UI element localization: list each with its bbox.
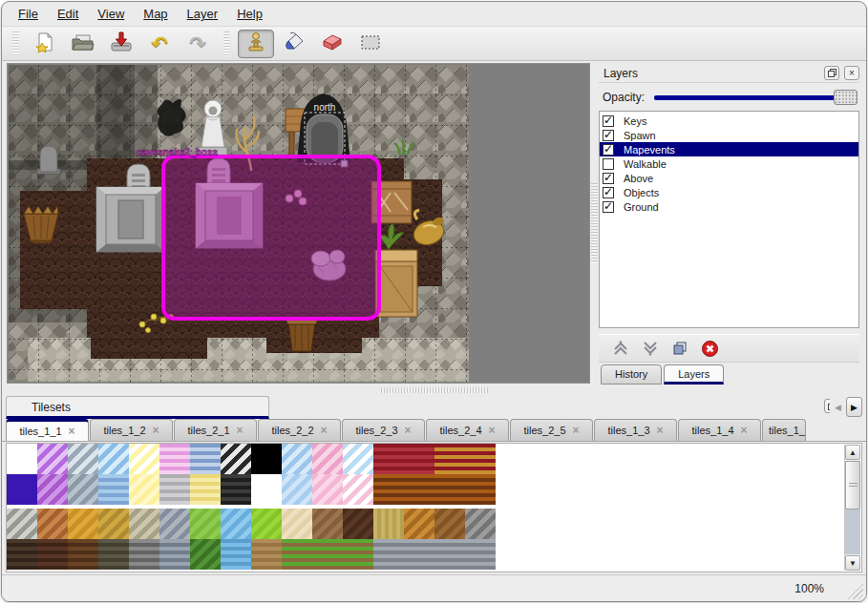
tileset-tab-tiles_1_4[interactable]: tiles_1_4×	[678, 419, 761, 441]
layer-visibility-checkbox[interactable]: ✓	[603, 115, 614, 127]
vertical-splitter[interactable]	[590, 61, 599, 385]
layer-visibility-checkbox[interactable]: ✓	[603, 173, 614, 184]
tile-glass-blue[interactable]	[98, 444, 129, 474]
tile-grass-green[interactable]	[190, 509, 221, 539]
tile-glass-lightblue[interactable]	[282, 444, 312, 474]
tile-blank[interactable]	[251, 474, 282, 505]
scrollbar-track[interactable]	[845, 461, 860, 554]
tileset-tab-tiles_1_1[interactable]: tiles_1_1×	[6, 419, 89, 441]
tab-close-icon[interactable]: ×	[489, 425, 496, 436]
tileset-tab-tiles_2_2[interactable]: tiles_2_2×	[258, 419, 341, 441]
tileset-tab-tiles_1_3[interactable]: tiles_1_3×	[594, 419, 677, 441]
tile-wall-graybrick[interactable]	[159, 539, 190, 570]
tab-close-icon[interactable]: ×	[237, 425, 243, 436]
tile-stone-gold[interactable]	[98, 509, 129, 539]
tile-bar-dark[interactable]	[221, 474, 251, 505]
tab-history[interactable]: History	[601, 364, 662, 385]
tile-pebbles-gray[interactable]	[159, 509, 190, 539]
tile-carpet-orange[interactable]	[434, 474, 465, 505]
tile-pale-yellow[interactable]	[129, 474, 159, 505]
tile-carpet-red[interactable]	[404, 444, 434, 474]
tile-lattice[interactable]	[221, 444, 251, 474]
tile-carpet-orange[interactable]	[373, 474, 404, 505]
tile-logs-gray[interactable]	[465, 509, 496, 539]
tile-grass-strip[interactable]	[343, 539, 373, 570]
tile-wall-stone[interactable]	[404, 539, 434, 570]
tile-stripes-blue[interactable]	[190, 444, 221, 474]
menu-edit[interactable]: Edit	[49, 4, 87, 24]
tile-glow-yellow[interactable]	[129, 444, 159, 474]
layer-row-walkable[interactable]: Walkable	[600, 156, 858, 171]
menu-map[interactable]: Map	[135, 4, 176, 24]
menu-file[interactable]: File	[10, 4, 47, 24]
tile-carpet-red[interactable]	[373, 444, 404, 474]
tile-wicker[interactable]	[404, 509, 434, 539]
map-canvas[interactable]: north	[9, 65, 469, 382]
tile-glass-purple-dark[interactable]	[37, 474, 68, 505]
layer-row-ground[interactable]: ✓Ground	[600, 199, 858, 214]
layer-row-objects[interactable]: ✓Objects	[600, 185, 858, 199]
tile-dirt-brown[interactable]	[312, 509, 343, 539]
tileset-tab-tiles_1_2[interactable]: tiles_1_2×	[90, 419, 173, 441]
tilesets-panel-tab[interactable]: Tilesets	[6, 396, 269, 419]
float-panel-button[interactable]	[824, 66, 839, 80]
map-view[interactable]: north	[7, 63, 590, 384]
tile-grass-strip[interactable]	[312, 539, 343, 570]
tile-grass-strip[interactable]	[282, 539, 312, 570]
tile-pebbles-beige[interactable]	[129, 509, 159, 539]
tile-stripes-yellow[interactable]	[190, 474, 221, 505]
tile-bricks-gray[interactable]	[7, 509, 37, 539]
tileset-tab-tiles_1_[interactable]: tiles_1_×	[762, 419, 806, 441]
tab-layers[interactable]: Layers	[664, 364, 724, 385]
tile-water-blue[interactable]	[221, 509, 251, 539]
map-selection[interactable]	[163, 156, 379, 319]
tab-close-icon[interactable]: ×	[405, 425, 412, 436]
rect-select-tool-button[interactable]	[352, 30, 389, 58]
tab-scroll-left-button[interactable]: ◀	[830, 397, 846, 417]
layer-row-mapevents[interactable]: ✓Mapevents	[600, 142, 858, 156]
tile-pane-blue[interactable]	[282, 474, 312, 505]
tile-wood-dark[interactable]	[343, 509, 373, 539]
tile-wall-graystone[interactable]	[129, 539, 159, 570]
scroll-down-button[interactable]: ▼	[845, 555, 860, 571]
horizontal-splitter[interactable]	[2, 385, 866, 395]
tile-cobble-orange[interactable]	[37, 509, 68, 539]
fill-tool-button[interactable]	[276, 30, 312, 58]
splitter-grip[interactable]	[381, 387, 488, 393]
scrollbar-thumb[interactable]	[845, 461, 860, 509]
tile-glass-gray[interactable]	[68, 444, 98, 474]
tile-wall-stone[interactable]	[373, 539, 404, 570]
tile-stripes-gray[interactable]	[159, 474, 190, 505]
tab-close-icon[interactable]: ×	[321, 425, 328, 436]
tile-curtain-blue[interactable]	[343, 444, 373, 474]
resize-grip[interactable]	[843, 579, 863, 599]
tile-water-deep[interactable]	[221, 539, 251, 570]
new-file-button[interactable]	[27, 30, 63, 58]
tile-curtain-pink[interactable]	[343, 474, 373, 505]
tile-wall-brown[interactable]	[68, 539, 98, 570]
delete-layer-button[interactable]	[699, 338, 720, 359]
opacity-slider-handle[interactable]	[834, 90, 857, 105]
layer-visibility-checkbox[interactable]: ✓	[603, 144, 614, 156]
tile-carpet-red-trim[interactable]	[434, 444, 465, 474]
tile-glass-purple[interactable]	[37, 444, 68, 474]
undo-button[interactable]: ↶	[141, 30, 178, 58]
tile-wall-darkbrown[interactable]	[7, 539, 37, 570]
tile-indigo[interactable]	[7, 474, 37, 505]
tile-wall-darkstone[interactable]	[98, 539, 129, 570]
tile-blank[interactable]	[7, 444, 37, 474]
tile-sand-beige[interactable]	[282, 509, 312, 539]
tab-close-icon[interactable]: ×	[69, 426, 75, 437]
tile-carpet-orange[interactable]	[465, 474, 496, 505]
opacity-slider[interactable]	[654, 90, 857, 105]
redo-button[interactable]: ↷	[180, 30, 216, 58]
splitter-grip[interactable]	[591, 183, 598, 263]
layer-row-keys[interactable]: ✓Keys	[600, 114, 858, 128]
save-file-button[interactable]	[103, 30, 139, 58]
tab-close-icon[interactable]: ×	[741, 425, 748, 436]
scroll-up-button[interactable]: ▲	[845, 445, 860, 460]
layer-row-above[interactable]: ✓Above	[600, 171, 858, 185]
layer-visibility-checkbox[interactable]: ✓	[603, 130, 614, 141]
tileset-tab-tiles_2_4[interactable]: tiles_2_4×	[426, 419, 509, 441]
tile-glass-pink[interactable]	[312, 444, 343, 474]
